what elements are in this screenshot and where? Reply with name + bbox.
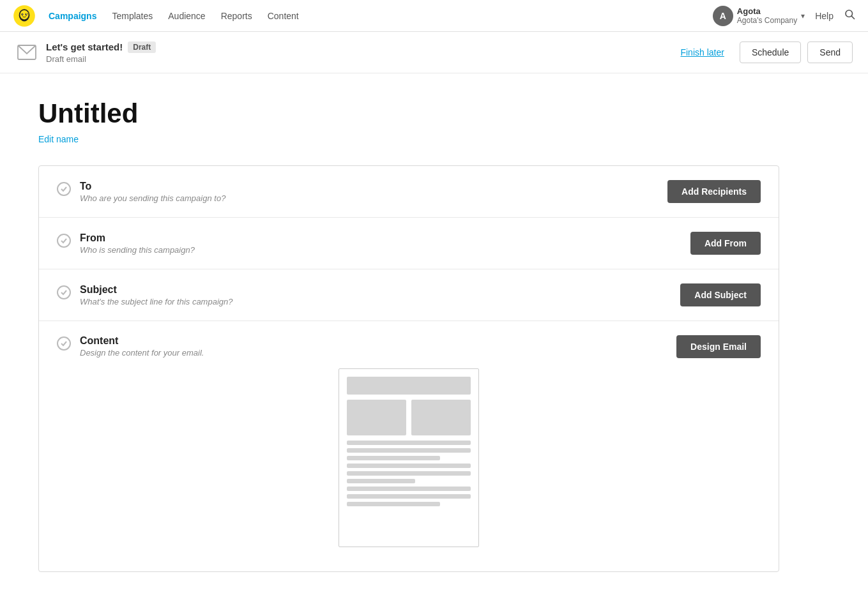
row-left-subject: Subject What's the subject line for this… — [57, 284, 233, 306]
top-nav: Campaigns Templates Audience Reports Con… — [0, 0, 868, 32]
thumb-line-8 — [347, 494, 471, 499]
campaign-row-to: To Who are you sending this campaign to?… — [39, 166, 779, 218]
edit-name-link[interactable]: Edit name — [38, 134, 79, 144]
circle-check-icon — [60, 185, 68, 193]
nav-campaigns[interactable]: Campaigns — [49, 11, 96, 21]
page-title: Untitled — [38, 99, 779, 128]
content-status-icon — [57, 336, 71, 351]
subheader: Let's get started! Draft Draft email Fin… — [0, 32, 868, 73]
user-name: Agota — [737, 6, 797, 16]
thumb-header — [347, 377, 471, 395]
thumb-two-col — [347, 400, 471, 435]
nav-templates[interactable]: Templates — [112, 11, 153, 21]
content-row-wrapper: Content Design the content for your emai… — [57, 335, 761, 557]
mailchimp-logo[interactable] — [13, 4, 36, 27]
email-preview — [57, 368, 761, 557]
to-status-icon — [57, 182, 71, 196]
campaign-row-from: From Who is sending this campaign? Add F… — [39, 218, 779, 269]
thumb-line-2 — [347, 448, 471, 453]
thumb-lines — [347, 441, 471, 539]
search-icon — [844, 8, 855, 20]
design-email-button[interactable]: Design Email — [676, 335, 761, 358]
email-icon — [15, 41, 38, 64]
help-link[interactable]: Help — [815, 11, 834, 21]
search-button[interactable] — [844, 8, 855, 23]
to-label: To — [80, 181, 225, 192]
user-avatar: A — [713, 6, 733, 26]
subheader-title-group: Let's get started! Draft Draft email — [46, 41, 156, 64]
campaign-row-content: Content Design the content for your emai… — [39, 321, 779, 571]
finish-later-button[interactable]: Finish later — [671, 42, 733, 63]
subject-sublabel: What's the subject line for this campaig… — [80, 297, 233, 306]
draft-subtitle: Draft email — [46, 54, 156, 64]
campaign-row-subject: Subject What's the subject line for this… — [39, 269, 779, 321]
add-subject-button[interactable]: Add Subject — [680, 283, 761, 306]
thumb-line-9 — [347, 502, 440, 506]
email-thumbnail — [339, 368, 479, 547]
svg-line-10 — [851, 16, 854, 19]
subheader-right: Finish later Schedule Send — [671, 41, 853, 63]
thumb-line-1 — [347, 441, 471, 445]
subject-label: Subject — [80, 284, 233, 296]
content-sublabel: Design the content for your email. — [80, 348, 204, 358]
circle-check-icon-subject — [60, 289, 68, 296]
thumb-line-6 — [347, 479, 415, 483]
main-content: Untitled Edit name To Who are you sendin… — [0, 73, 818, 598]
circle-check-icon-content — [60, 340, 68, 347]
user-menu[interactable]: A Agota Agota's Company ▾ — [713, 6, 805, 26]
from-label: From — [80, 232, 195, 244]
user-name-block: Agota Agota's Company — [737, 6, 797, 25]
row-left-to: To Who are you sending this campaign to? — [57, 181, 225, 203]
nav-content[interactable]: Content — [268, 11, 299, 21]
thumb-line-7 — [347, 487, 471, 491]
draft-badge: Draft — [128, 41, 156, 53]
circle-check-icon-from — [60, 237, 68, 245]
content-left: Content Design the content for your emai… — [57, 335, 204, 358]
subject-status-icon — [57, 285, 71, 299]
add-from-button[interactable]: Add From — [690, 232, 761, 255]
row-left-from: From Who is sending this campaign? — [57, 232, 195, 255]
svg-point-8 — [27, 13, 27, 13]
nav-reports[interactable]: Reports — [221, 11, 252, 21]
draft-title: Let's get started! — [46, 41, 123, 52]
schedule-button[interactable]: Schedule — [740, 41, 801, 63]
subheader-left: Let's get started! Draft Draft email — [15, 41, 156, 64]
to-label-group: To Who are you sending this campaign to? — [80, 181, 225, 203]
row-left-content: Content Design the content for your emai… — [57, 335, 761, 358]
from-sublabel: Who is sending this campaign? — [80, 245, 195, 255]
thumb-line-4 — [347, 464, 471, 468]
content-label-group: Content Design the content for your emai… — [80, 335, 204, 358]
nav-links: Campaigns Templates Audience Reports Con… — [49, 11, 713, 21]
user-company: Agota's Company — [737, 16, 797, 25]
add-recipients-button[interactable]: Add Recipients — [667, 180, 761, 203]
thumb-col-right — [411, 400, 471, 435]
envelope-icon — [17, 45, 36, 60]
from-status-icon — [57, 234, 71, 248]
subject-label-group: Subject What's the subject line for this… — [80, 284, 233, 306]
to-sublabel: Who are you sending this campaign to? — [80, 193, 225, 203]
chevron-down-icon: ▾ — [801, 11, 805, 20]
svg-point-5 — [22, 13, 23, 14]
campaign-card: To Who are you sending this campaign to?… — [38, 165, 779, 572]
thumb-col-left — [347, 400, 406, 435]
svg-point-2 — [20, 10, 28, 19]
nav-audience[interactable]: Audience — [168, 11, 205, 21]
thumb-line-5 — [347, 471, 471, 476]
content-label: Content — [80, 335, 204, 347]
nav-right: A Agota Agota's Company ▾ Help — [713, 6, 855, 26]
thumb-line-3 — [347, 456, 440, 460]
send-button[interactable]: Send — [807, 41, 853, 63]
from-label-group: From Who is sending this campaign? — [80, 232, 195, 255]
